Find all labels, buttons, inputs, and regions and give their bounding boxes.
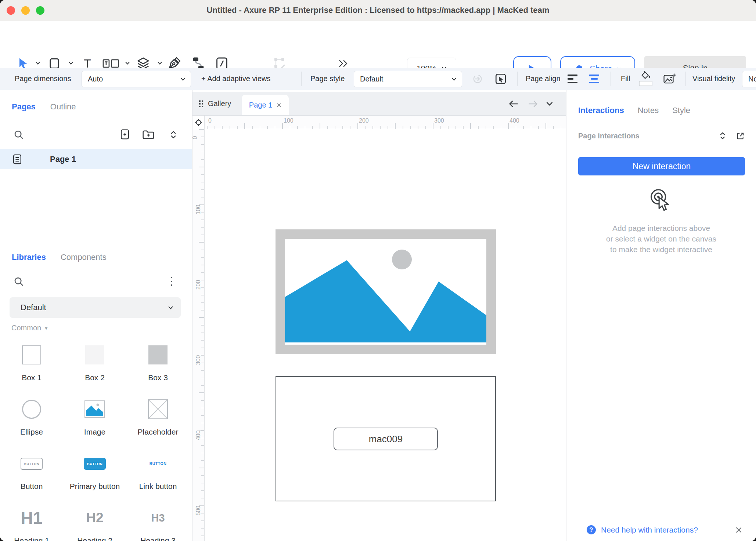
- close-icon: [735, 526, 743, 534]
- main-content: Pages Outline: [0, 90, 756, 541]
- ruler-mark: 200: [359, 117, 369, 124]
- page-settings-bar: Page dimensions Auto + Add adaptive view…: [0, 68, 756, 90]
- widget-box1[interactable]: Box 1: [0, 343, 63, 397]
- fill-color-swatch: [639, 81, 652, 86]
- widget-label: Box 2: [85, 373, 105, 382]
- widget-label: Ellipse: [20, 428, 43, 436]
- page1-canvas-tab-active[interactable]: Page 1: [242, 95, 289, 115]
- widget-label: Heading 3: [140, 536, 176, 541]
- gallery-tab[interactable]: Gallery: [198, 92, 231, 115]
- ruler-mark: 300: [195, 355, 202, 365]
- text-field-tool-dropdown[interactable]: [125, 61, 130, 65]
- need-help-link[interactable]: Need help with interactions?: [601, 526, 698, 534]
- tab-pages[interactable]: Pages: [12, 102, 36, 112]
- ruler-mark: 0: [192, 136, 198, 139]
- widget-ellipse[interactable]: Ellipse: [0, 397, 63, 452]
- widget-link-button[interactable]: BUTTON Link button: [126, 452, 190, 506]
- empty-text-line: to make the widget interactive: [566, 244, 756, 255]
- external-link-icon: [736, 131, 745, 141]
- widget-placeholder[interactable]: Placeholder: [126, 397, 190, 452]
- image-placeholder-mountains-icon: [285, 239, 486, 345]
- interaction-empty-illustration: [566, 188, 756, 213]
- box2-preview: [85, 345, 104, 364]
- widget-button[interactable]: BUTTON Button: [0, 452, 63, 506]
- layers-tool-dropdown[interactable]: [157, 61, 162, 65]
- ruler-mark: 500: [195, 506, 202, 516]
- new-interaction-label: New interaction: [633, 161, 691, 171]
- visual-fidelity-dropdown[interactable]: No: [742, 71, 756, 87]
- widget-primary-button[interactable]: BUTTON Primary button: [63, 452, 126, 506]
- ruler-origin-button[interactable]: [192, 116, 205, 129]
- link-button-preview: BUTTON: [150, 461, 167, 466]
- visual-fidelity-value: No: [748, 75, 756, 83]
- divider: [685, 72, 686, 86]
- canvas-tab-strip: Gallery Page 1: [192, 92, 566, 116]
- add-page-icon: [119, 128, 130, 140]
- page-align-left-button[interactable]: [568, 75, 577, 83]
- library-select-dropdown[interactable]: Default: [10, 297, 181, 318]
- page-align-center-button[interactable]: [589, 75, 599, 83]
- widget-image[interactable]: Image: [63, 397, 126, 452]
- background-image-button[interactable]: [663, 73, 676, 85]
- tab-libraries[interactable]: Libraries: [12, 253, 46, 262]
- search-icon: [13, 129, 24, 140]
- pages-panel-tabs: Pages Outline: [12, 102, 76, 112]
- add-adaptive-views-button[interactable]: + Add adaptive views: [201, 75, 270, 83]
- widget-library-grid: Box 1 Box 2 Box 3 Ellipse: [0, 343, 192, 541]
- canvas-viewport[interactable]: mac009: [205, 129, 566, 541]
- interactions-help-bar: ? Need help with interactions?: [587, 525, 743, 534]
- dismiss-help-button[interactable]: [735, 526, 743, 534]
- widget-heading2[interactable]: H2 Heading 2: [63, 506, 126, 541]
- widget-label: Heading 1: [14, 536, 49, 541]
- add-page-button[interactable]: [119, 128, 130, 140]
- widget-box2[interactable]: Box 2: [63, 343, 126, 397]
- ellipse-preview: [22, 400, 41, 419]
- mac009-button-label: mac009: [369, 433, 403, 445]
- interaction-empty-text: Add page interactions above or select a …: [566, 223, 756, 255]
- mac009-button-widget[interactable]: mac009: [334, 428, 438, 450]
- libraries-menu-button[interactable]: ⋮: [166, 275, 177, 287]
- fill-color-button[interactable]: [639, 70, 652, 86]
- open-in-window-button[interactable]: [736, 131, 745, 141]
- close-tab-icon[interactable]: [277, 103, 281, 108]
- widget-heading1[interactable]: H1 Heading 1: [0, 506, 63, 541]
- chevron-down-icon: [180, 77, 186, 81]
- widget-style-picker-button[interactable]: [494, 73, 507, 85]
- box-widget[interactable]: mac009: [276, 376, 496, 501]
- widget-heading3[interactable]: H3 Heading 3: [126, 506, 190, 541]
- libraries-search-button[interactable]: [13, 276, 24, 287]
- select-tool-dropdown[interactable]: [35, 61, 40, 65]
- image-widget[interactable]: [276, 229, 496, 354]
- history-back-button[interactable]: [508, 99, 519, 109]
- visual-fidelity-label: Visual fidelity: [692, 75, 735, 83]
- cursor-click-target-icon: [649, 188, 673, 213]
- tab-list-button[interactable]: [546, 101, 557, 111]
- page-list-item-selected[interactable]: Page 1: [0, 149, 192, 169]
- title-bar: Untitled - Axure RP 11 Enterprise Editio…: [0, 0, 756, 21]
- reorder-pages-button[interactable]: [168, 130, 179, 140]
- h1-preview: H1: [21, 508, 43, 528]
- question-badge-icon: ?: [587, 525, 596, 534]
- pages-search-button[interactable]: [13, 129, 24, 140]
- divider: [517, 72, 518, 86]
- common-section-header[interactable]: Common ▾: [11, 324, 47, 332]
- page-dimensions-dropdown[interactable]: Auto: [82, 71, 191, 87]
- widget-label: Image: [84, 428, 105, 436]
- collapse-expand-button[interactable]: [718, 131, 727, 141]
- page-align-label: Page align: [526, 75, 561, 83]
- page-style-dropdown[interactable]: Default: [354, 71, 462, 87]
- tab-components[interactable]: Components: [61, 253, 107, 262]
- empty-text-line: Add page interactions above: [566, 223, 756, 233]
- tab-style[interactable]: Style: [672, 106, 690, 115]
- panel-divider: [0, 245, 192, 245]
- add-folder-button[interactable]: [142, 130, 155, 140]
- widget-label: Button: [21, 482, 43, 491]
- rectangle-tool-dropdown[interactable]: [68, 61, 73, 65]
- tab-notes[interactable]: Notes: [638, 106, 659, 115]
- ruler-mark: 400: [195, 431, 202, 440]
- new-interaction-button[interactable]: New interaction: [578, 157, 745, 175]
- tab-outline[interactable]: Outline: [50, 102, 76, 112]
- tab-interactions[interactable]: Interactions: [578, 106, 624, 115]
- history-forward-button[interactable]: [528, 99, 539, 109]
- widget-box3[interactable]: Box 3: [126, 343, 190, 397]
